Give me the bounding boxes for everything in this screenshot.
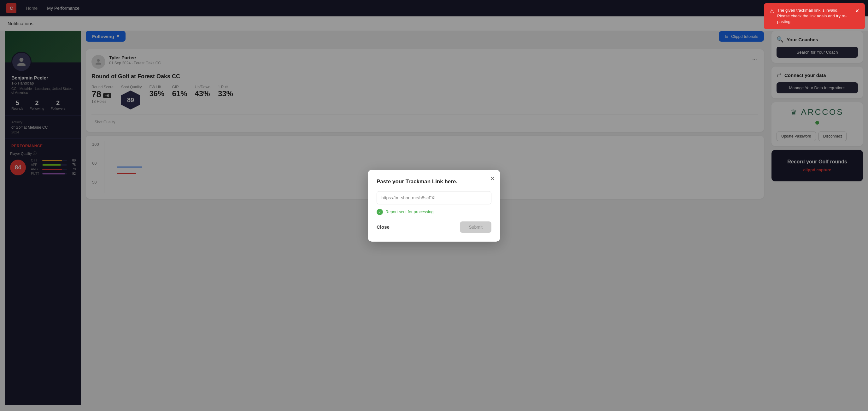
toast-message: The given trackman link is invalid. Plea… [777,7,852,25]
check-icon: ✓ [377,209,383,215]
error-toast: ⚠ The given trackman link is invalid. Pl… [764,3,865,29]
toast-close-button[interactable]: ✕ [855,7,859,14]
trackman-link-input[interactable] [377,191,491,204]
warning-icon: ⚠ [770,8,774,15]
modal-overlay: Paste your Trackman Link here. ✕ ✓ Repor… [0,0,868,411]
modal-close-button[interactable]: Close [377,224,390,230]
modal-close-x-button[interactable]: ✕ [490,175,495,182]
modal-success-message: ✓ Report sent for processing [377,209,491,215]
trackman-modal: Paste your Trackman Link here. ✕ ✓ Repor… [368,170,500,242]
modal-actions: Close Submit [377,221,491,233]
modal-title: Paste your Trackman Link here. [377,179,491,185]
modal-submit-button: Submit [460,221,491,233]
